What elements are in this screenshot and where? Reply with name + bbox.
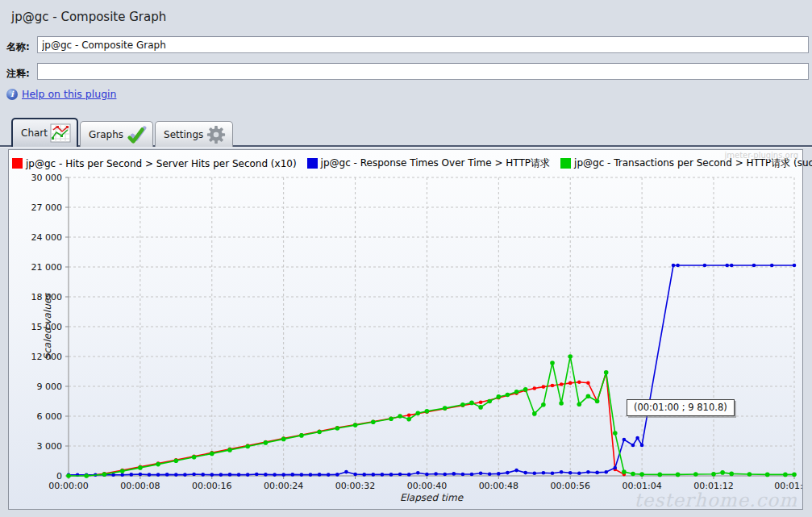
series-point — [497, 394, 502, 399]
series-point — [752, 264, 756, 268]
series-point — [372, 473, 376, 477]
tabstrip-highlight — [0, 147, 812, 148]
x-axis-title: Elapsed time — [400, 492, 464, 503]
series-point — [264, 473, 268, 477]
series-point — [219, 473, 223, 477]
series-point — [281, 436, 285, 440]
series-point — [479, 472, 483, 476]
series-point — [720, 470, 725, 475]
y-tick-label: 21 000 — [31, 262, 63, 273]
series-point — [299, 433, 304, 438]
legend-swatch — [560, 158, 571, 169]
series-point — [192, 455, 196, 459]
legend-item: jp@gc - Hits per Second > Server Hits pe… — [12, 158, 297, 169]
series-point — [631, 472, 635, 477]
series-point — [210, 473, 214, 477]
series-point — [228, 473, 232, 477]
series-point — [138, 465, 143, 470]
series-point — [94, 473, 98, 477]
series-point — [639, 472, 644, 477]
series-point — [461, 403, 465, 407]
series-point — [237, 473, 241, 477]
help-on-plugin-link[interactable]: Help on this plugin — [22, 88, 116, 100]
series-point — [478, 405, 483, 410]
legend-item: jp@gc - Response Times Over Time > HTTP请… — [307, 156, 550, 170]
series-point — [371, 419, 376, 424]
series-point — [725, 264, 729, 268]
chart-tooltip: (00:01:00 ; 9 810.8) — [627, 399, 735, 416]
y-tick-label: 27 000 — [31, 202, 63, 213]
series-point — [165, 473, 169, 477]
tab-chart-label: Chart — [21, 127, 48, 139]
series-point — [623, 438, 627, 442]
info-icon: i — [6, 89, 18, 100]
series-point — [703, 264, 707, 268]
y-tick-label: 9 000 — [37, 381, 63, 392]
series-point — [353, 423, 358, 427]
series-point — [318, 473, 322, 477]
series-point — [443, 473, 447, 477]
x-tick-label: 00:00:32 — [335, 481, 375, 491]
name-input[interactable] — [37, 36, 809, 53]
y-axis-title: Scaled values — [42, 293, 53, 360]
series-line — [69, 265, 794, 475]
series-point — [434, 472, 438, 476]
tab-settings[interactable]: Settings — [155, 121, 233, 147]
series-point — [309, 473, 313, 477]
watermark-testerhome: testerhome.com — [635, 490, 797, 511]
series-point — [111, 473, 115, 477]
chart-panel: jmeter-plugins.org jp@gc - Hits per Seco… — [8, 149, 803, 510]
x-tick-label: 00:00:00 — [48, 481, 88, 491]
y-tick-label: 0 — [56, 471, 62, 482]
series-point — [568, 471, 573, 475]
series-point — [514, 469, 518, 473]
series-point — [533, 386, 537, 390]
series-point — [559, 401, 564, 406]
series-point — [533, 472, 537, 476]
series-point — [595, 399, 600, 404]
series-point — [425, 409, 430, 414]
series-point — [156, 461, 160, 465]
series-point — [406, 417, 411, 422]
series-point — [335, 426, 339, 430]
series-point — [66, 473, 71, 478]
series-point — [318, 429, 322, 433]
series-point — [487, 399, 492, 404]
series-point — [174, 458, 178, 462]
checkmark-icon — [126, 125, 147, 144]
series-point — [604, 370, 609, 375]
composite-chart[interactable]: 03 0006 0009 00012 00015 00018 00021 000… — [9, 150, 802, 509]
series-point — [210, 451, 214, 455]
series-point — [711, 472, 716, 477]
series-point — [783, 473, 788, 477]
y-tick-label: 18 000 — [31, 292, 63, 302]
series-point — [550, 361, 555, 365]
series-point — [604, 470, 608, 474]
tab-graphs-label: Graphs — [89, 129, 123, 140]
series-point — [460, 402, 465, 407]
series-point — [514, 390, 519, 394]
y-tick-label: 24 000 — [31, 232, 63, 243]
tab-chart[interactable]: Chart — [11, 118, 78, 147]
series-point — [353, 473, 357, 477]
series-point — [631, 444, 635, 448]
series-point — [255, 473, 259, 477]
series-point — [183, 473, 187, 477]
series-point — [389, 416, 394, 420]
series-point — [398, 414, 402, 419]
x-tick-label: 00:00:08 — [120, 481, 160, 491]
chart-legend: jp@gc - Hits per Second > Server Hits pe… — [12, 156, 812, 170]
y-tick-label: 15 000 — [31, 322, 63, 332]
series-point — [676, 473, 681, 477]
series-point — [85, 474, 89, 478]
tab-graphs[interactable]: Graphs — [80, 121, 153, 147]
series-point — [622, 469, 627, 474]
comment-input[interactable] — [37, 63, 809, 80]
series-point — [201, 473, 205, 477]
series-point — [595, 399, 599, 403]
series-point — [792, 473, 797, 477]
series-point — [389, 473, 394, 477]
x-tick-label: 00:00:24 — [264, 481, 303, 491]
series-point — [443, 407, 447, 411]
watermark-jmeter-plugins: jmeter-plugins.org — [724, 151, 798, 160]
